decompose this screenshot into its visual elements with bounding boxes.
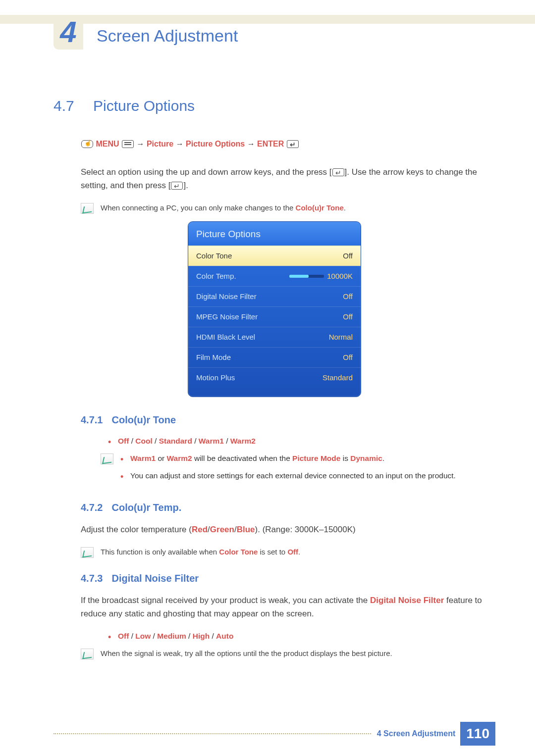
- section-heading: 4.7 Picture Options: [54, 94, 495, 118]
- chapter-title: Screen Adjustment: [97, 22, 238, 49]
- slider-icon: [289, 275, 324, 278]
- intro-paragraph: Select an option using the up and down a…: [81, 165, 495, 192]
- path-enter: ENTER: [257, 140, 284, 148]
- note-icon: [101, 454, 113, 464]
- note-473: When the signal is weak, try all the opt…: [81, 648, 495, 659]
- note-472: This function is only available when Col…: [81, 546, 495, 558]
- enter-icon: [332, 168, 344, 176]
- note-icon: [81, 649, 94, 659]
- path-menu: MENU: [96, 140, 119, 148]
- page-footer: 4 Screen Adjustment 110: [54, 725, 495, 742]
- remote-icon: [81, 140, 93, 148]
- osd-row-film-mode[interactable]: Film Mode Off: [188, 347, 361, 367]
- section-number: 4.7: [54, 94, 78, 118]
- path-picture-options: Picture Options: [186, 140, 245, 148]
- menu-icon: [122, 140, 134, 148]
- note-icon: [81, 203, 94, 214]
- note-471: Warm1 or Warm2 will be deactivated when …: [101, 453, 495, 487]
- osd-panel: Picture Options Color Tone Off Color Tem…: [188, 221, 361, 397]
- osd-row-motion-plus[interactable]: Motion Plus Standard: [188, 367, 361, 388]
- note-icon: [81, 547, 94, 558]
- chapter-number: 4: [60, 8, 76, 56]
- osd-row-color-tone[interactable]: Color Tone Off: [188, 246, 361, 266]
- subsection-473: 4.7.3 Digital Noise Filter: [81, 570, 495, 586]
- path-picture: Picture: [147, 140, 173, 148]
- options-473: Off / Low / Medium / High / Auto: [108, 630, 495, 643]
- subsection-472: 4.7.2 Colo(u)r Temp.: [81, 500, 495, 515]
- osd-row-digital-noise[interactable]: Digital Noise Filter Off: [188, 286, 361, 306]
- chapter-tab: 4: [54, 15, 83, 50]
- osd-row-hdmi-black[interactable]: HDMI Black Level Normal: [188, 327, 361, 347]
- section-title: Picture Options: [93, 94, 195, 118]
- para-473: If the broadcast signal received by your…: [81, 594, 495, 620]
- page-number: 110: [460, 722, 495, 746]
- enter-icon: [171, 182, 183, 190]
- osd-row-mpeg-noise[interactable]: MPEG Noise Filter Off: [188, 306, 361, 327]
- footer-rule: [54, 733, 371, 734]
- subsection-471: 4.7.1 Colo(u)r Tone: [81, 412, 495, 428]
- menu-path: MENU → Picture → Picture Options → ENTER: [81, 138, 495, 151]
- enter-icon: [287, 140, 299, 148]
- options-471: Off / Cool / Standard / Warm1 / Warm2: [108, 435, 495, 448]
- osd-title: Picture Options: [188, 222, 361, 246]
- osd-row-color-temp[interactable]: Color Temp. 10000K: [188, 266, 361, 286]
- para-472: Adjust the color temperature (Red/Green/…: [81, 523, 495, 536]
- note-pc: When connecting a PC, you can only make …: [81, 202, 495, 214]
